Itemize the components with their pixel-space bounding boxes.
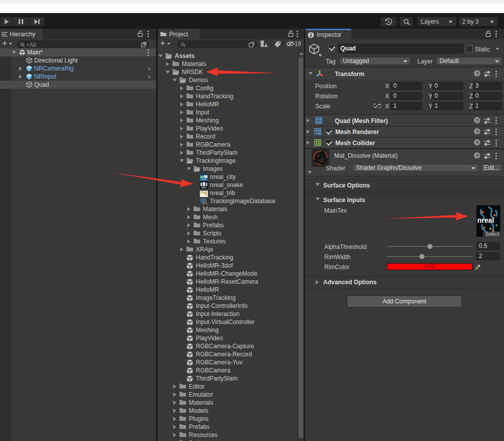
svg-text:nreal: nreal (477, 216, 494, 224)
svg-text:Select: Select (485, 231, 499, 237)
